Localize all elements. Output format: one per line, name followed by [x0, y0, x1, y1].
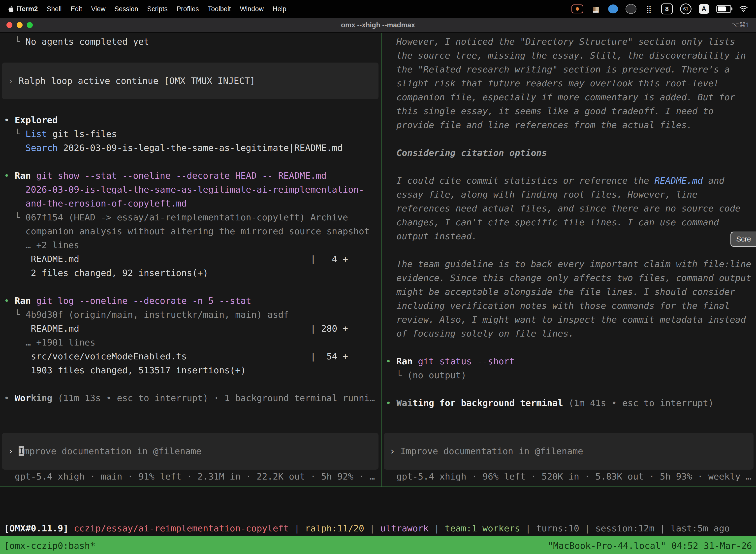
text-run: and	[703, 175, 724, 186]
badge-icon[interactable]: 61	[680, 3, 692, 14]
text-run: slight risk that future readers may over…	[386, 78, 719, 88]
terminal-line: … +2 lines	[4, 238, 381, 252]
text-run: Wor	[15, 393, 31, 403]
menu-item-window[interactable]: Window	[240, 5, 264, 13]
terminal-line: review. Also, I might want to inspect th…	[386, 313, 756, 327]
screen-recording-indicator[interactable]	[571, 4, 583, 13]
text-run: └	[4, 310, 25, 320]
dots-grid-icon[interactable]: ⣿	[644, 4, 654, 14]
text-run: └	[4, 212, 25, 222]
terminal-line: essay file, along with finding root file…	[386, 188, 756, 202]
terminal-line: └ (no output)	[386, 368, 756, 382]
inject-banner[interactable]: › Ralph loop active continue [OMX_TMUX_I…	[2, 63, 378, 99]
link-text[interactable]: README.md	[654, 175, 703, 186]
text-run: turns:10	[536, 523, 579, 534]
terminal-line: Search 2026-03-09-is-legal-the-same-as-l…	[4, 141, 381, 155]
tmux-status-bar: [omx-cczip0:bash* "MacBook-Pro-44.local"…	[0, 536, 756, 554]
terminal-line: slight risk that future readers may over…	[386, 76, 756, 90]
text-run: 2026-03-09-is-legal-the-same-as-legitima…	[58, 143, 343, 153]
text-run: … +1901 lines	[4, 337, 95, 347]
menu-item-view[interactable]: View	[91, 5, 106, 13]
text-run: (no output)	[407, 370, 466, 380]
terminal-line: including verification notes with those …	[386, 299, 756, 313]
input-source-icon[interactable]: A	[699, 4, 709, 14]
menu-item-help[interactable]: Help	[272, 5, 287, 13]
terminal-line: the source tree, missing the essay. Stil…	[386, 49, 756, 63]
text-run: ultrawork	[380, 523, 429, 534]
prompt-input[interactable]: › Improve documentation in @filename	[384, 433, 754, 469]
text-run: Improve documentation in @filename	[400, 446, 583, 456]
terminal-line: this single essay, it seems like a good …	[386, 104, 756, 118]
terminal-line: └ 067f154 (HEAD -> essay/ai-reimplementa…	[4, 211, 381, 224]
apple-logo-icon[interactable]	[7, 5, 15, 13]
terminal-line: 2026-03-09-is-legal-the-same-as-legitima…	[4, 183, 381, 197]
text-run: └	[4, 129, 25, 139]
menu-item-toolbelt[interactable]: Toolbelt	[208, 5, 231, 13]
text-run: I could cite commit statistics or refere…	[386, 175, 654, 186]
text-run: git ls-files	[47, 129, 117, 139]
terminal-pane-left[interactable]: └ No agents completed yet› Ralph loop ac…	[0, 33, 381, 487]
link-text[interactable]: Search	[25, 143, 58, 153]
terminal-line: of focusing solely on file lines.	[386, 327, 756, 340]
tmux-session-label[interactable]: [omx-cczip0:bash*	[4, 541, 95, 551]
tmux-host-clock: "MacBook-Pro-44.local" 04:52 31-Mar-26	[548, 541, 752, 551]
notification-popover[interactable]: Scre	[731, 232, 756, 247]
terminal-line: └ No agents completed yet	[4, 35, 381, 49]
text-run	[31, 296, 36, 306]
text-run: last:5m ago	[671, 523, 730, 534]
menu-item-session[interactable]: Session	[114, 5, 138, 13]
text-run: ›	[390, 446, 400, 456]
terminal-line: └ List git ls-files	[4, 127, 381, 141]
text-run: I	[19, 446, 24, 456]
text-run: Ran	[15, 296, 31, 306]
terminal-split-view: └ No agents completed yet› Ralph loop ac…	[0, 33, 756, 487]
text-run: mprove documentation in @filename	[24, 446, 201, 456]
minimize-button[interactable]	[17, 22, 22, 28]
text-run: and-the-erosion-of-copyleft.md	[4, 198, 187, 209]
terminal-line: changes, I can't cite specific file line…	[386, 215, 756, 229]
menu-item-shell[interactable]: Shell	[47, 5, 62, 13]
text-run	[413, 356, 418, 366]
spacer	[386, 410, 756, 433]
text-run: •	[4, 296, 15, 306]
window-shortcut-badge: ⌥⌘1	[732, 21, 750, 29]
blue-app-icon[interactable]	[608, 4, 618, 13]
wifi-icon[interactable]	[739, 4, 749, 14]
text-run: session:12m	[595, 523, 654, 534]
text-run: |	[429, 523, 445, 534]
text-run: provide file and line references from th…	[386, 120, 692, 130]
terminal-line: provide file and line references from th…	[386, 118, 756, 132]
text-run: output instead.	[386, 231, 477, 241]
text-run: git status --short	[418, 356, 515, 366]
terminal-line: … +1901 lines	[4, 336, 381, 349]
screen: { "menu_bar": { "items": [ {"label": "iT…	[0, 0, 756, 554]
menu-item-iterm2[interactable]: iTerm2	[16, 5, 38, 13]
dark-app-icon[interactable]	[626, 4, 636, 14]
text-run: └	[386, 370, 407, 380]
terminal-pane-right[interactable]: However, I noticed the "Directory Struct…	[382, 33, 756, 487]
link-text[interactable]: List	[25, 129, 47, 139]
text-run: No agents completed yet	[25, 37, 149, 47]
text-run: review. Also, I might want to inspect th…	[386, 315, 746, 325]
text-run: might be acceptable alongside the file l…	[386, 287, 735, 297]
terminal-line: references need actual files, and since …	[386, 202, 756, 215]
text-run: 067f154 (HEAD -> essay/ai-reimplementati…	[25, 212, 348, 222]
window-title-bar[interactable]: omx --xhigh --madmax ⌥⌘1	[0, 18, 756, 33]
omx-status-row: [OMX#0.11.9] cczip/essay/ai-reimplementa…	[0, 487, 756, 536]
text-run: Wai	[396, 398, 413, 408]
battery-icon[interactable]	[716, 5, 731, 13]
window-grid-icon[interactable]: ▦	[591, 4, 601, 14]
text-run: the "Related research writing" section i…	[386, 64, 730, 74]
text-run: •	[4, 393, 15, 403]
menu-item-profiles[interactable]: Profiles	[177, 5, 199, 13]
text-run: •	[386, 398, 396, 408]
menu-item-scripts[interactable]: Scripts	[147, 5, 168, 13]
prompt-input[interactable]: › Improve documentation in @filename	[2, 433, 378, 469]
zoom-button[interactable]	[27, 22, 33, 28]
terminal-line: However, I noticed the "Directory Struct…	[386, 35, 756, 49]
close-button[interactable]	[6, 22, 12, 28]
text-run: gpt-5.4 xhigh · main · 91% left · 2.31M …	[4, 472, 375, 482]
menu-item-edit[interactable]: Edit	[71, 5, 82, 13]
keyhole-icon[interactable]: 8	[661, 3, 673, 14]
terminal-line: • Ran git show --stat --oneline --decora…	[4, 169, 381, 183]
